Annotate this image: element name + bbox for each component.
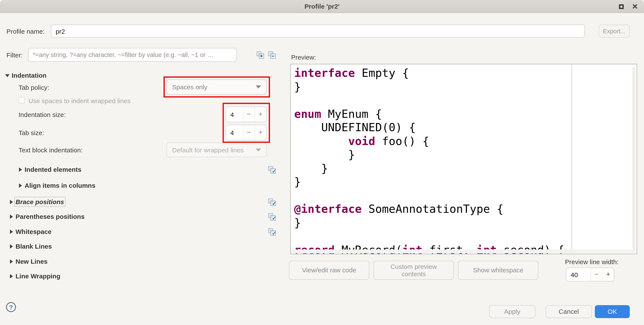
expand-all-front-square: + xyxy=(259,54,264,59)
tree-expander-icon[interactable] xyxy=(19,167,22,172)
modified-settings-icon: ✓ xyxy=(268,166,276,173)
tree-expander-icon[interactable] xyxy=(10,274,13,278)
checkmark-icon: ✓ xyxy=(272,215,276,221)
indentation-size-increase-button[interactable]: + xyxy=(254,107,266,122)
code-token: } xyxy=(294,148,355,161)
tree-expander-icon[interactable] xyxy=(10,244,13,249)
text-block-label: Text block indentation: xyxy=(18,146,82,154)
code-line: enum MyEnum { xyxy=(294,107,637,121)
indentation-size-spinner[interactable]: 4 − + xyxy=(226,107,266,122)
window-title: Profile 'pr2' xyxy=(0,0,644,13)
ok-button[interactable]: OK xyxy=(595,305,630,318)
show-whitespace-button[interactable]: Show whitespace xyxy=(458,261,538,280)
code-line: @interface SomeAnnotationType { xyxy=(294,202,637,216)
chevron-down-icon xyxy=(256,148,261,151)
text-block-value: Default for wrapped lines xyxy=(172,146,244,153)
export-button[interactable]: Export... xyxy=(599,25,630,38)
code-line: } xyxy=(294,80,637,94)
preview-line-width-spinner[interactable]: 40 − + xyxy=(566,268,614,281)
code-line xyxy=(294,94,637,107)
collapse-all-icon[interactable]: − xyxy=(268,51,276,59)
indentation-size-label: Indentation size: xyxy=(18,111,66,118)
code-line: } xyxy=(294,162,637,175)
tree-item-label[interactable]: Indented elements xyxy=(24,166,81,173)
close-icon: ✕ xyxy=(632,2,638,11)
tab-size-increase-button[interactable]: + xyxy=(254,125,266,140)
custom-preview-contents-button[interactable]: Custom preview contents xyxy=(374,261,454,280)
tab-policy-dropdown[interactable]: Spaces only xyxy=(166,79,266,95)
tree-expander-icon[interactable] xyxy=(19,183,22,188)
indentation-size-decrease-button[interactable]: − xyxy=(243,107,254,122)
close-button[interactable]: ✕ xyxy=(629,0,640,13)
question-mark-icon: ? xyxy=(9,303,13,311)
preview-bottom-strip xyxy=(291,249,636,253)
indentation-size-value[interactable]: 4 xyxy=(226,107,243,122)
titlebar[interactable]: Profile 'pr2' ✕ xyxy=(0,0,644,13)
tree-expander-icon[interactable] xyxy=(10,200,13,204)
code-token: } xyxy=(294,175,301,188)
modified-settings-icon: ✓ xyxy=(268,213,276,221)
preview-line-width-label: Preview line width: xyxy=(560,258,618,265)
modified-settings-icon: ✓ xyxy=(268,199,276,206)
preview-scrollbar[interactable] xyxy=(632,67,635,251)
tree-expander-icon[interactable] xyxy=(10,214,13,219)
tree-section-indentation[interactable]: Indentation xyxy=(12,72,46,79)
checkmark-icon: ✓ xyxy=(272,168,276,174)
chevron-down-icon xyxy=(256,86,261,89)
view-edit-raw-code-button[interactable]: View/edit raw code xyxy=(289,261,369,280)
code-line: } xyxy=(294,175,637,189)
keyword-token: @interface xyxy=(294,202,362,215)
cancel-button[interactable]: Cancel xyxy=(546,305,592,318)
tree-item-label[interactable]: Align items in columns xyxy=(24,182,95,189)
modified-settings-icon: ✓ xyxy=(268,228,276,236)
use-spaces-checkbox[interactable] xyxy=(18,97,25,104)
code-token: } xyxy=(294,80,301,93)
code-token: MyEnum { xyxy=(321,107,382,120)
checkmark-icon: ✓ xyxy=(272,201,276,206)
code-line: } xyxy=(294,216,637,230)
tab-size-spinner[interactable]: 4 − + xyxy=(226,125,266,140)
code-line xyxy=(294,230,637,243)
text-block-dropdown[interactable]: Default for wrapped lines xyxy=(166,142,266,157)
code-line: void foo() { xyxy=(294,134,637,148)
code-token: SomeAnnotationType { xyxy=(362,202,504,215)
tree-item-label[interactable]: New Lines xyxy=(16,258,48,265)
maximize-icon xyxy=(619,4,624,9)
keyword-token: void xyxy=(348,134,375,147)
profile-name-label: Profile name: xyxy=(6,28,45,35)
tree-item-label[interactable]: Blank Lines xyxy=(16,243,52,250)
code-token: UNDEFINED(0) { xyxy=(294,121,416,134)
tab-policy-label: Tab policy: xyxy=(18,84,49,91)
indentation-expander-icon[interactable] xyxy=(5,74,10,77)
preview-box: interface Empty {} enum MyEnum { UNDEFIN… xyxy=(290,64,637,254)
maximize-button[interactable] xyxy=(616,0,627,13)
filter-label: Filter: xyxy=(6,51,23,59)
minus-glyph: − xyxy=(272,53,274,59)
code-token: Empty { xyxy=(355,67,409,79)
tree-item-label[interactable]: Line Wrapping xyxy=(16,272,60,280)
tree-expander-icon[interactable] xyxy=(10,230,13,234)
tree-item-label[interactable]: Whitespace xyxy=(16,228,52,235)
code-token xyxy=(294,134,348,147)
help-button[interactable]: ? xyxy=(6,302,16,312)
use-spaces-label: Use spaces to indent wrapped lines xyxy=(28,97,131,104)
preview-line-width-value[interactable]: 40 xyxy=(566,268,590,281)
preview-line-width-increase-button[interactable]: + xyxy=(602,268,614,281)
code-line xyxy=(294,189,637,202)
profile-name-input[interactable] xyxy=(51,25,585,38)
expand-all-icon[interactable]: + xyxy=(257,51,264,59)
tree-item-label[interactable]: Parentheses positions xyxy=(16,213,84,220)
preview-code[interactable]: interface Empty {} enum MyEnum { UNDEFIN… xyxy=(291,64,637,254)
keyword-token: enum xyxy=(294,107,321,120)
apply-button[interactable]: Apply xyxy=(489,305,535,318)
code-line: interface Empty { xyxy=(294,67,637,80)
tab-size-value[interactable]: 4 xyxy=(226,125,243,140)
filter-input[interactable] xyxy=(28,48,237,62)
preview-line-width-decrease-button[interactable]: − xyxy=(590,268,602,281)
tree-item-label[interactable]: Brace positions xyxy=(16,198,64,205)
tab-policy-value: Spaces only xyxy=(172,83,207,91)
checkmark-icon: ✓ xyxy=(272,230,276,236)
keyword-token: interface xyxy=(294,67,355,79)
tree-expander-icon[interactable] xyxy=(10,259,13,264)
tab-size-decrease-button[interactable]: − xyxy=(243,125,254,140)
